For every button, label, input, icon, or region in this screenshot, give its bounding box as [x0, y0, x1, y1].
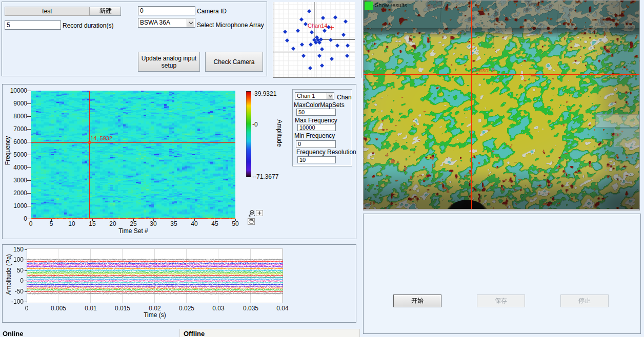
svg-text:Chan14: Chan14: [308, 23, 328, 29]
